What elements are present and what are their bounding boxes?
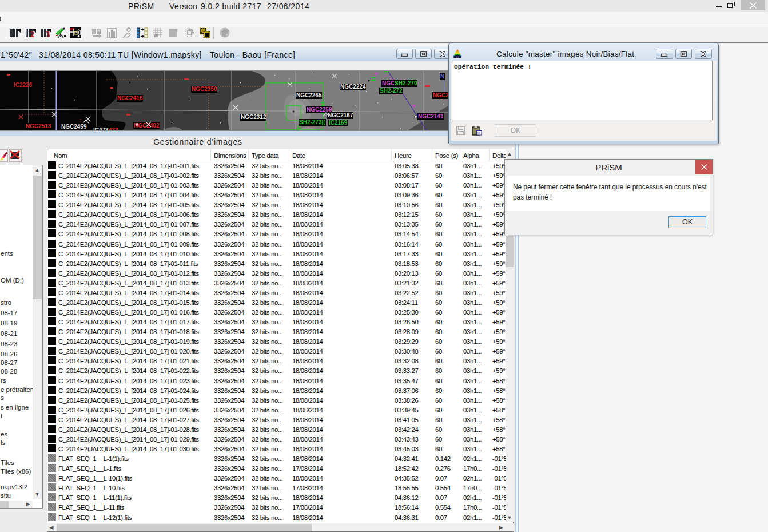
svg-text:3: 3: [46, 30, 50, 38]
svg-text:2: 2: [30, 30, 35, 38]
